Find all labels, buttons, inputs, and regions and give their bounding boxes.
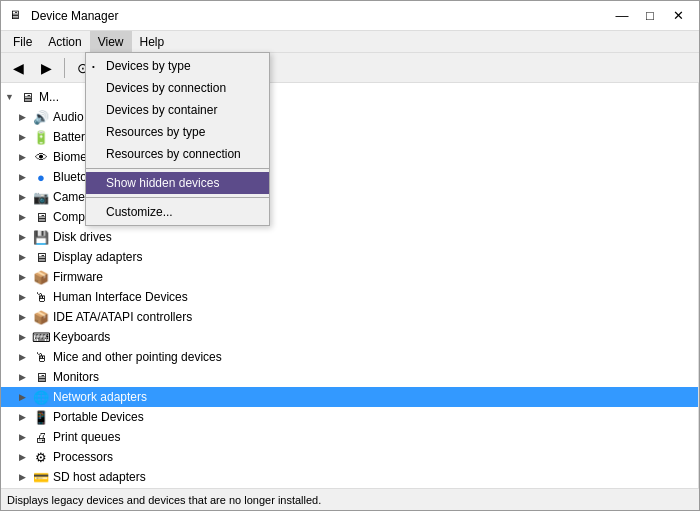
- tree-icon: 💾: [33, 229, 49, 245]
- tree-label: Bluetooth: [53, 170, 104, 184]
- tree-label: IDE ATA/ATAPI controllers: [53, 310, 192, 324]
- tree-arrow: ▶: [19, 412, 33, 422]
- list-item[interactable]: ▶ 🖨 Print queues: [1, 427, 698, 447]
- toolbar-forward-button[interactable]: ▶: [33, 56, 59, 80]
- tree-label: Disk drives: [53, 230, 112, 244]
- tree-label: Mice and other pointing devices: [53, 350, 222, 364]
- tree-label-root: M...: [39, 90, 59, 104]
- tree-icon: 🖨: [33, 429, 49, 445]
- tree-icon: ⌨: [33, 329, 49, 345]
- tree-label: Keyboards: [53, 330, 110, 344]
- tree-icon: ⚙: [33, 449, 49, 465]
- title-bar: 🖥 Device Manager — □ ✕: [1, 1, 699, 31]
- tree-icon-root: 🖥: [19, 89, 35, 105]
- tree-arrow: ▶: [19, 292, 33, 302]
- toolbar-scan-button[interactable]: 🔍: [182, 56, 208, 80]
- status-bar: Displays legacy devices and devices that…: [1, 488, 699, 510]
- list-item[interactable]: ▶ 🔊 Audio inputs and outputs: [1, 107, 698, 127]
- window-title: Device Manager: [31, 9, 118, 23]
- list-item-portable-devices[interactable]: ▶ 📱 Portable Devices: [1, 407, 698, 427]
- list-item-network-adapters[interactable]: ▶ 🌐 Network adapters: [1, 387, 698, 407]
- tree-arrow: ▶: [19, 472, 33, 482]
- tree-arrow: ▶: [19, 192, 33, 202]
- tree-label: Display adapters: [53, 250, 142, 264]
- list-item[interactable]: ▶ ● Bluetooth: [1, 167, 698, 187]
- list-item[interactable]: ▶ 🖥 Monitors: [1, 367, 698, 387]
- menu-action[interactable]: Action: [40, 31, 89, 53]
- toolbar-separator: [64, 58, 65, 78]
- tree-label: Batteries: [53, 130, 100, 144]
- tree-icon: 📦: [33, 269, 49, 285]
- list-item[interactable]: ▶ 👁 Biometric devices: [1, 147, 698, 167]
- tree-label: Print queues: [53, 430, 120, 444]
- tree-icon: 🖱: [33, 349, 49, 365]
- title-bar-controls: — □ ✕: [609, 6, 691, 26]
- list-item[interactable]: ▶ 🖥 Display adapters: [1, 247, 698, 267]
- list-item[interactable]: ▶ 💾 Disk drives: [1, 227, 698, 247]
- toolbar-update-button[interactable]: 🔄: [98, 56, 124, 80]
- list-item[interactable]: ▶ 🖱 Mice and other pointing devices: [1, 347, 698, 367]
- tree-label: Computer: [53, 210, 106, 224]
- tree-label: Cameras: [53, 190, 102, 204]
- tree-arrow: ▶: [19, 452, 33, 462]
- list-item[interactable]: ▶ 📷 Cameras: [1, 187, 698, 207]
- list-item[interactable]: ▶ 🖥 Computer: [1, 207, 698, 227]
- list-item[interactable]: ▶ ⚙ Processors: [1, 447, 698, 467]
- tree-icon: 📱: [33, 409, 49, 425]
- tree-label: Network adapters: [53, 390, 147, 404]
- tree-icon: 🖥: [33, 209, 49, 225]
- tree-arrow: ▶: [19, 432, 33, 442]
- device-manager-window: 🖥 Device Manager — □ ✕ File Action View …: [0, 0, 700, 511]
- toolbar-rollback-button[interactable]: ↩: [126, 56, 152, 80]
- tree-arrow: ▶: [19, 232, 33, 242]
- tree-arrow: ▶: [19, 132, 33, 142]
- tree-icon: 🖥: [33, 249, 49, 265]
- tree-label: SD host adapters: [53, 470, 146, 484]
- list-item[interactable]: ▶ 💳 SD host adapters: [1, 467, 698, 487]
- tree-arrow: ▶: [19, 372, 33, 382]
- maximize-button[interactable]: □: [637, 6, 663, 26]
- main-area: ▼ 🖥 M... ▶ 🔊 Audio inputs and outputs ▶ …: [1, 83, 699, 488]
- tree-arrow: ▶: [19, 152, 33, 162]
- list-item[interactable]: ▶ 🖱 Human Interface Devices: [1, 287, 698, 307]
- tree-arrow: ▶: [19, 312, 33, 322]
- list-item[interactable]: ▶ ⌨ Keyboards: [1, 327, 698, 347]
- tree-label: Processors: [53, 450, 113, 464]
- tree-label: Monitors: [53, 370, 99, 384]
- tree-icon: ●: [33, 169, 49, 185]
- title-bar-left: 🖥 Device Manager: [9, 8, 118, 24]
- tree-arrow-root: ▼: [5, 92, 19, 102]
- menu-file[interactable]: File: [5, 31, 40, 53]
- tree-icon: 🔋: [33, 129, 49, 145]
- tree-icon: 📦: [33, 309, 49, 325]
- menu-view[interactable]: View: [90, 31, 132, 53]
- tree-icon: 💳: [33, 469, 49, 485]
- tree-label: Human Interface Devices: [53, 290, 188, 304]
- tree-arrow: ▶: [19, 172, 33, 182]
- tree-arrow: ▶: [19, 112, 33, 122]
- tree-label: Audio inputs and outputs: [53, 110, 185, 124]
- tree-arrow: ▶: [19, 392, 33, 402]
- toolbar-uninstall-button[interactable]: ✕: [154, 56, 180, 80]
- tree-icon: 👁: [33, 149, 49, 165]
- toolbar: ◀ ▶ ⊙ 🔄 ↩ ✕ 🔍: [1, 53, 699, 83]
- tree-arrow: ▶: [19, 272, 33, 282]
- list-item[interactable]: ▶ 🔋 Batteries: [1, 127, 698, 147]
- close-button[interactable]: ✕: [665, 6, 691, 26]
- toolbar-properties-button[interactable]: ⊙: [70, 56, 96, 80]
- minimize-button[interactable]: —: [609, 6, 635, 26]
- toolbar-back-button[interactable]: ◀: [5, 56, 31, 80]
- device-list[interactable]: ▼ 🖥 M... ▶ 🔊 Audio inputs and outputs ▶ …: [1, 83, 699, 488]
- tree-arrow: ▶: [19, 352, 33, 362]
- tree-icon: 🔊: [33, 109, 49, 125]
- window-icon: 🖥: [9, 8, 25, 24]
- tree-label: Firmware: [53, 270, 103, 284]
- list-item[interactable]: ▶ 📦 IDE ATA/ATAPI controllers: [1, 307, 698, 327]
- tree-icon: 🖥: [33, 369, 49, 385]
- tree-label: Portable Devices: [53, 410, 144, 424]
- list-item[interactable]: ▶ 📦 Firmware: [1, 267, 698, 287]
- tree-icon: 🖱: [33, 289, 49, 305]
- tree-icon: 🌐: [33, 389, 49, 405]
- tree-root[interactable]: ▼ 🖥 M...: [1, 87, 698, 107]
- menu-help[interactable]: Help: [132, 31, 173, 53]
